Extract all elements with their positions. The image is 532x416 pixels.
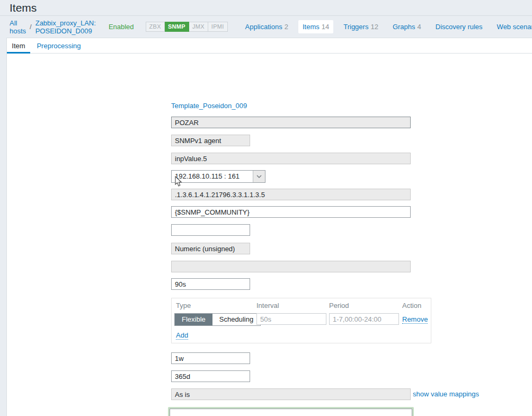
new-application-input[interactable] <box>170 409 412 416</box>
show-value-input[interactable] <box>171 388 411 400</box>
ci-interval-input[interactable] <box>256 313 326 325</box>
items-page: Items All hosts / Zabbix_proxy_LAN: POSE… <box>0 0 532 416</box>
ci-header-interval: Interval <box>256 302 279 309</box>
type-input[interactable] <box>171 135 250 146</box>
interface-availability-badges: ZBX SNMP JMX IPMI <box>146 22 228 32</box>
nav-web-scenarios[interactable]: Web scenarios <box>493 20 532 33</box>
scheduling-button[interactable]: Scheduling <box>212 314 260 325</box>
chevron-down-icon[interactable] <box>253 171 265 182</box>
host-interface-select[interactable]: 192.168.10.115 : 161 <box>171 170 265 183</box>
snmp-community-input[interactable] <box>171 206 411 218</box>
snmp-badge: SNMP <box>165 22 189 32</box>
new-application-highlight <box>168 407 414 416</box>
ci-period-input[interactable] <box>329 313 399 325</box>
jmx-badge: JMX <box>189 22 208 32</box>
page-title: Items <box>10 2 37 14</box>
ci-remove-link[interactable]: Remove <box>402 315 428 324</box>
ci-add-link[interactable]: Add <box>176 331 188 340</box>
nav-applications[interactable]: Applications2 <box>241 20 292 33</box>
tab-preprocessing[interactable]: Preprocessing <box>33 38 84 54</box>
item-form-card: Item Preprocessing Parent items Template… <box>6 38 532 416</box>
ipmi-badge: IPMI <box>208 22 228 32</box>
name-input[interactable] <box>171 117 411 128</box>
tab-item[interactable]: Item <box>7 38 30 54</box>
history-input[interactable] <box>171 352 250 364</box>
nav-triggers[interactable]: Triggers12 <box>339 20 383 33</box>
trends-input[interactable] <box>171 370 250 382</box>
type-of-information-input[interactable] <box>171 243 250 254</box>
nav-items[interactable]: Items14 <box>298 20 333 33</box>
breadcrumb: All hosts / Zabbix_proxy_LAN: POSEIDON_D… <box>0 16 532 38</box>
flexible-button[interactable]: Flexible <box>175 314 212 325</box>
ci-header-period: Period <box>329 302 349 309</box>
nav-graphs[interactable]: Graphs4 <box>388 20 425 33</box>
port-input[interactable] <box>171 224 250 236</box>
key-input[interactable] <box>171 153 411 164</box>
breadcrumb-separator: / <box>30 23 32 31</box>
interval-type-toggle: Flexible Scheduling <box>174 313 261 326</box>
breadcrumb-host-link[interactable]: Zabbix_proxy_LAN: POSEIDON_D009 <box>36 19 96 35</box>
update-interval-input[interactable] <box>171 278 250 290</box>
show-value-mappings-link[interactable]: show value mappings <box>413 390 479 398</box>
ci-header-type: Type <box>176 302 191 309</box>
breadcrumb-all-hosts[interactable]: All hosts <box>10 19 26 35</box>
host-status-enabled: Enabled <box>109 23 134 31</box>
parent-items-link[interactable]: Template_Poseidon_009 <box>171 102 247 110</box>
nav-discovery-rules[interactable]: Discovery rules <box>431 20 487 33</box>
custom-intervals-block: Type Interval Period Action Flexible Sch… <box>171 298 431 343</box>
zbx-badge: ZBX <box>146 22 165 32</box>
snmp-oid-input[interactable] <box>171 189 411 200</box>
host-nav: Applications2 Items14 Triggers12 Graphs4… <box>235 20 532 33</box>
form-tabs: Item Preprocessing <box>7 38 532 54</box>
ci-header-action: Action <box>402 302 421 309</box>
units-input[interactable] <box>171 261 411 272</box>
